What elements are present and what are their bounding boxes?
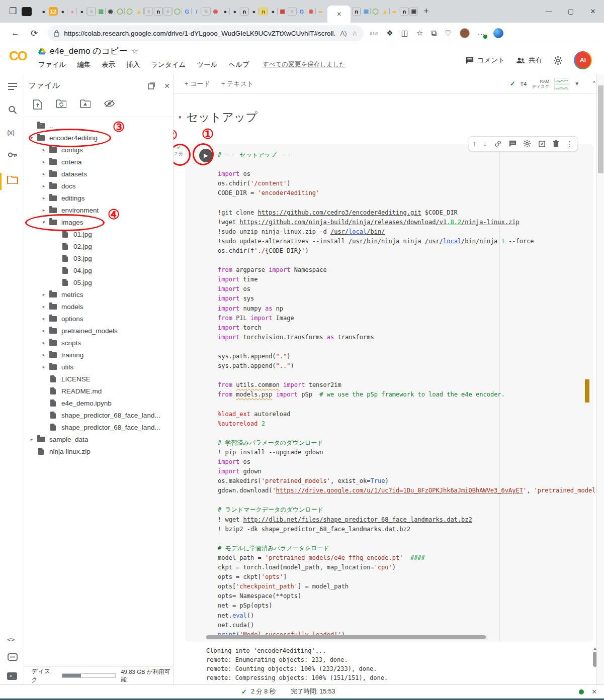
pinned-tab-doc-5[interactable]: ≡ — [288, 7, 296, 16]
pinned-tab-doc-1[interactable]: ≡ — [87, 7, 96, 16]
pinned-tab-colab-2[interactable]: ∞ — [390, 7, 399, 16]
refresh-button[interactable]: ⟳ — [31, 28, 38, 39]
caret-right-icon[interactable]: ▸ — [38, 147, 49, 152]
link-cell-icon[interactable] — [494, 140, 502, 148]
pinned-tab-yellow-box[interactable]: n — [259, 7, 268, 16]
pinned-tab-green-ring-2[interactable]: ◯ — [125, 7, 134, 16]
tree-item-training[interactable]: ▸training — [24, 349, 174, 361]
collections-icon[interactable]: ⧉ — [431, 29, 437, 38]
pinned-tab-github-3[interactable]: ● — [77, 7, 86, 16]
tree-item-options[interactable]: ▸options — [24, 313, 174, 325]
tree-item-models[interactable]: ▸models — [24, 301, 174, 313]
pinned-tab-qr[interactable]: ▣ — [409, 7, 418, 16]
mount-drive-icon[interactable] — [80, 99, 91, 109]
tree-item-04.jpg[interactable]: 04.jpg — [24, 264, 174, 276]
menu-view[interactable]: 表示 — [102, 60, 115, 69]
pinned-tab-green-ring-4[interactable]: ◯ — [371, 7, 380, 16]
move-cell-up-icon[interactable]: ↑ — [473, 140, 476, 148]
pinned-tab-green-bars[interactable]: ▥ — [97, 7, 105, 16]
share-button[interactable]: 共有 — [516, 56, 542, 65]
caret-right-icon[interactable]: ▸ — [38, 183, 49, 188]
browser-menu-icon[interactable] — [22, 7, 32, 16]
pinned-tab-github-5[interactable]: ● — [230, 7, 239, 16]
pinned-tab-drive-1[interactable]: ▲ — [135, 7, 143, 16]
command-palette-icon[interactable] — [7, 653, 18, 661]
add-code-button[interactable]: + コード — [185, 79, 210, 88]
output-scroll-thumb[interactable] — [593, 652, 596, 667]
pinned-tab-green-ring-1[interactable]: ◯ — [116, 7, 124, 16]
more-cell-actions-icon[interactable]: ⋮ — [566, 140, 573, 148]
caret-right-icon[interactable]: ▸ — [38, 352, 49, 357]
caret-right-icon[interactable]: ▸ — [38, 195, 49, 201]
tree-item-03.jpg[interactable]: 03.jpg — [24, 252, 174, 264]
pinned-tab-google-g-2[interactable]: G — [297, 7, 306, 16]
code-snippets-icon[interactable]: <> — [7, 636, 18, 643]
pinned-tab-dark-coin[interactable]: ◉ — [106, 7, 115, 16]
tree-item-shape_predictor_68_face_land...[interactable]: shape_predictor_68_face_land... — [24, 421, 174, 433]
output-scroll-up-icon[interactable]: ▲ — [592, 646, 596, 651]
caret-right-icon[interactable]: ▸ — [38, 171, 49, 176]
caret-right-icon[interactable]: ▸ — [38, 304, 49, 309]
resources-dropdown-icon[interactable]: ▼ — [574, 81, 579, 86]
comment-button[interactable]: コメント — [466, 56, 505, 65]
copilot-icon[interactable] — [493, 28, 503, 38]
tree-item-datasets[interactable]: ▸datasets — [24, 168, 174, 180]
pinned-tab-notion-4[interactable]: n — [400, 7, 408, 16]
split-screen-icon[interactable]: ◫ — [401, 29, 408, 38]
tree-item-LICENSE[interactable]: LICENSE — [24, 373, 174, 385]
upload-file-icon[interactable] — [33, 99, 42, 110]
search-icon[interactable] — [7, 106, 18, 114]
tree-item-environment[interactable]: ▸environment — [24, 204, 174, 216]
caret-right-icon[interactable]: ▸ — [38, 364, 49, 369]
pinned-tab-google-g-1[interactable]: G — [183, 7, 191, 16]
star-notebook-icon[interactable]: ☆ — [131, 47, 138, 56]
tree-item-metrics[interactable]: ▸metrics — [24, 288, 174, 301]
pinned-tab-notion-2[interactable]: n — [240, 7, 248, 16]
close-status-icon[interactable]: ✕ — [592, 688, 597, 695]
profile-avatar[interactable] — [460, 28, 470, 38]
minimize-button[interactable]: — — [538, 3, 560, 20]
page-scrollbar[interactable] — [596, 74, 604, 684]
back-button[interactable]: ← — [11, 28, 20, 38]
table-of-contents-icon[interactable] — [7, 82, 18, 90]
output-scrollbar[interactable]: ▲ — [592, 646, 596, 682]
code-editor[interactable]: # --- セットアップ --- import osos.chdir('/con… — [218, 150, 596, 640]
caret-right-icon[interactable]: ▸ — [26, 437, 37, 442]
add-text-button[interactable]: + テキスト — [221, 79, 253, 88]
cell-settings-gear-icon[interactable] — [523, 140, 531, 148]
extension-logo-icon[interactable]: atw — [370, 31, 378, 36]
pinned-tab-github-4[interactable]: ● — [221, 7, 229, 16]
new-tab-button[interactable]: + — [423, 6, 429, 17]
tree-item-sample_data[interactable]: ▸sample_data — [24, 433, 174, 445]
caret-right-icon[interactable]: ▸ — [38, 208, 49, 213]
pinned-tab-github-2[interactable]: ● — [58, 7, 67, 16]
tree-item-02.jpg[interactable]: 02.jpg — [24, 240, 174, 252]
refresh-folder-icon[interactable] — [56, 99, 66, 109]
active-tab[interactable]: ✕ — [327, 6, 351, 23]
delete-cell-icon[interactable] — [553, 140, 559, 148]
resource-sparklines[interactable] — [554, 78, 569, 90]
tree-item-utils[interactable]: ▸utils — [24, 361, 174, 373]
pinned-tab-github-6[interactable]: ● — [249, 7, 258, 16]
settings-gear-icon[interactable] — [553, 56, 563, 65]
menu-tools[interactable]: ツール — [197, 60, 217, 69]
pinned-tab-doc-2[interactable]: ≡ — [144, 7, 153, 16]
files-folder-icon[interactable] — [7, 176, 18, 184]
comment-cell-icon[interactable] — [509, 140, 516, 147]
menu-insert[interactable]: 挿入 — [126, 60, 140, 69]
caret-right-icon[interactable]: ▸ — [38, 159, 49, 164]
pinned-tab-doc-4[interactable]: ≡ — [202, 7, 210, 16]
pinned-tab-calendar-12[interactable]: 12 — [49, 7, 57, 16]
tree-item-pretrained_models[interactable]: ▸pretrained_models — [24, 325, 174, 337]
notebook-title[interactable]: e4e_demo のコピー — [50, 45, 127, 57]
pinned-tab-github-1[interactable]: ● — [39, 7, 48, 16]
browser-essentials-icon[interactable]: ♡ — [445, 29, 451, 38]
tree-item-05.jpg[interactable]: 05.jpg — [24, 276, 174, 288]
tree-item-e4e_demo.ipynb[interactable]: e4e_demo.ipynb — [24, 397, 174, 409]
tree-item-ninja-linux.zip[interactable]: ninja-linux.zip — [24, 445, 174, 457]
tree-item-docs[interactable]: ▸docs — [24, 180, 174, 192]
caret-right-icon[interactable]: ▸ — [38, 340, 49, 345]
variables-icon[interactable]: {x} — [7, 129, 18, 136]
caret-right-icon[interactable]: ▸ — [38, 316, 49, 321]
bookmark-star-icon[interactable]: ☆ — [352, 30, 358, 37]
